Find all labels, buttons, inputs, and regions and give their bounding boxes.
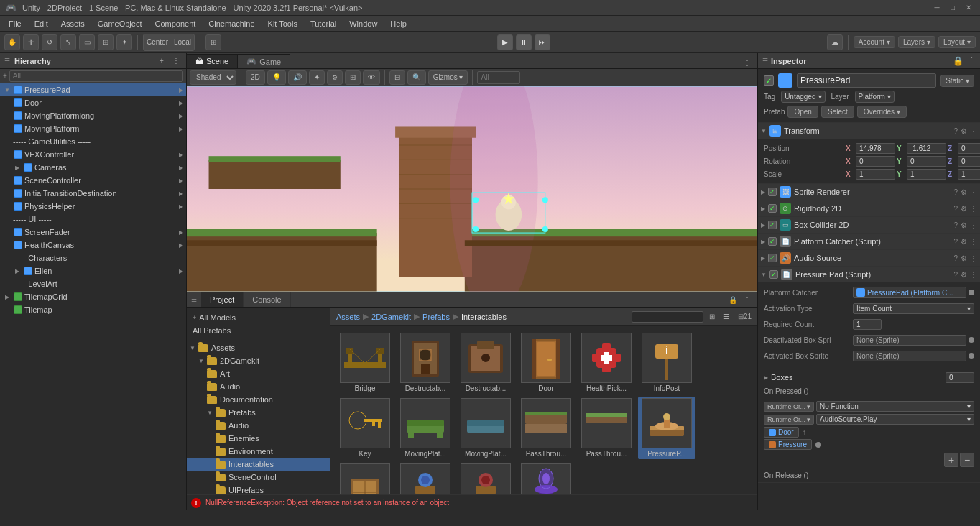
hierarchy-item-scenecontroller[interactable]: SceneController ▶	[0, 174, 186, 187]
account-btn[interactable]: Account ▾	[854, 36, 895, 48]
as-header[interactable]: ▶ 🔊 Audio Source ? ⚙ ⋮	[758, 250, 980, 266]
asset-door[interactable]: Door	[517, 331, 575, 394]
pc-help[interactable]: ?	[953, 238, 958, 246]
sr-checkbox[interactable]	[768, 188, 777, 196]
bc-settings[interactable]: ⚙	[961, 221, 967, 229]
bc-help[interactable]: ?	[953, 221, 958, 229]
hierarchy-item-chars[interactable]: ----- Characters -----	[0, 252, 186, 264]
open-btn[interactable]: Open	[787, 106, 818, 118]
grid-btn[interactable]: ⊞	[205, 34, 221, 50]
runtime-btn-2[interactable]: Runtime Or... ▾	[764, 415, 814, 425]
pp-help[interactable]: ?	[953, 271, 958, 279]
rot-y-input[interactable]	[907, 156, 946, 167]
asset-pushable[interactable]: PushableB...	[336, 462, 394, 494]
breadcrumb-interactables[interactable]: Interactables	[461, 313, 507, 321]
asset-key[interactable]: Key	[336, 397, 394, 459]
pc-checkbox[interactable]	[768, 237, 777, 246]
event-obj-pressure-btn[interactable]: Pressure	[764, 439, 812, 450]
asset-bridge[interactable]: Bridge	[336, 331, 394, 394]
rb-settings[interactable]: ⚙	[961, 205, 967, 213]
as-settings[interactable]: ⚙	[961, 254, 967, 262]
hierarchy-item-cameras[interactable]: ▶ Cameras ▶	[0, 161, 186, 174]
scale-z-input[interactable]	[958, 169, 980, 180]
func-dropdown-2[interactable]: AudioSource.Play ▾	[816, 414, 974, 425]
tree-art[interactable]: Art	[187, 367, 330, 380]
asset-teleporter[interactable]: Teleporter	[517, 462, 575, 494]
rb-help[interactable]: ?	[953, 205, 958, 213]
bc-menu[interactable]: ⋮	[970, 221, 977, 229]
as-checkbox[interactable]	[768, 254, 777, 262]
hierarchy-search-input[interactable]	[9, 70, 183, 82]
maximize-btn[interactable]: □	[947, 2, 958, 14]
local-btn[interactable]: Local	[171, 34, 194, 50]
tree-models[interactable]: + All Models	[187, 311, 330, 324]
inspector-menu-icon[interactable]: ⋮	[968, 56, 976, 65]
tree-audio2[interactable]: Audio	[187, 419, 330, 432]
layer-dropdown[interactable]: Platform ▾	[855, 91, 895, 103]
pp-comp-checkbox[interactable]	[769, 270, 778, 279]
menu-cinemachine[interactable]: Cinemachine	[203, 18, 260, 29]
rb-checkbox[interactable]	[768, 204, 777, 213]
hierarchy-item-tilemap[interactable]: Tilemap	[0, 303, 186, 316]
overrides-btn[interactable]: Overrides ▾	[857, 106, 907, 118]
hierarchy-item-movingplatformlong[interactable]: MovingPlatformlong ▶	[0, 109, 186, 122]
asset-pressurepad[interactable]: PressureP...	[638, 397, 695, 459]
hierarchy-item-ellen[interactable]: ▶ Ellen ▶	[0, 264, 186, 277]
hierarchy-item-healthcanvas[interactable]: HealthCanvas ▶	[0, 239, 186, 252]
pos-x-input[interactable]	[856, 143, 895, 154]
tree-uiprefabs[interactable]: UIPrefabs	[187, 484, 330, 494]
pos-z-input[interactable]	[958, 143, 980, 154]
pressure-target-dot[interactable]	[815, 442, 821, 448]
deactivated-sprite-ref[interactable]: None (Sprite)	[853, 335, 966, 346]
bc-header[interactable]: ▶ ▭ Box Collider 2D ? ⚙ ⋮	[758, 217, 980, 233]
menu-help[interactable]: Help	[384, 18, 412, 29]
hierarchy-add-btn[interactable]: +	[156, 55, 167, 67]
pc-target-dot[interactable]	[969, 290, 974, 295]
play-btn[interactable]: ▶	[497, 34, 513, 50]
zoom-btn[interactable]: 🔍	[407, 70, 426, 85]
tree-prefabs[interactable]: ▼ Prefabs	[187, 406, 330, 419]
tree-audio[interactable]: Audio	[187, 380, 330, 393]
asset-passthrough2[interactable]: PassThrou...	[578, 397, 635, 459]
hierarchy-item-movingplatform[interactable]: MovingPlatform ▶	[0, 122, 186, 135]
rot-z-input[interactable]	[958, 156, 980, 167]
tree-documentation[interactable]: Documentation	[187, 393, 330, 406]
project-filter-btn[interactable]: ☰	[721, 311, 732, 323]
project-menu-btn[interactable]: ⋮	[741, 294, 753, 305]
tag-dropdown[interactable]: Untagged ▾	[781, 91, 825, 103]
audio-btn[interactable]: 🔊	[288, 70, 307, 85]
transform-header[interactable]: ▼ ⊞ Transform ? ⚙ ⋮	[758, 123, 980, 139]
lighting-btn[interactable]: 💡	[267, 70, 286, 85]
tree-environment[interactable]: Environment	[187, 445, 330, 458]
breadcrumb-prefabs[interactable]: Prefabs	[422, 313, 450, 321]
tree-2dgamekit[interactable]: ▼ 2DGamekit	[187, 354, 330, 367]
pp-comp-header[interactable]: ▼ 📄 Pressure Pad (Script) ? ⚙ ⋮	[758, 267, 980, 282]
rb-menu[interactable]: ⋮	[970, 205, 977, 213]
hierarchy-item-screenfader[interactable]: ScreenFader ▶	[0, 226, 186, 239]
custom-tool-btn[interactable]: ✦	[116, 34, 132, 50]
asset-reusable[interactable]: ReusableS...	[397, 462, 454, 494]
pc-menu[interactable]: ⋮	[970, 238, 977, 246]
scene-search[interactable]	[477, 71, 520, 84]
bc-checkbox[interactable]	[768, 221, 777, 229]
tab-console[interactable]: Console	[244, 292, 290, 307]
asset-movingplat2[interactable]: MovingPlat...	[457, 397, 514, 459]
tree-assets[interactable]: ▼ Assets	[187, 341, 330, 354]
hierarchy-menu-btn[interactable]: ⋮	[170, 55, 182, 67]
tab-scene[interactable]: 🏔 Scene	[187, 54, 238, 68]
sprite-renderer-header[interactable]: ▶ 🖼 Sprite Renderer ? ⚙ ⋮	[758, 184, 980, 200]
event-add-btn[interactable]: +	[944, 453, 958, 467]
pc-header[interactable]: ▶ 📄 Platform Catcher (Script) ? ⚙ ⋮	[758, 234, 980, 249]
hierarchy-item-pressurepad[interactable]: ▼ PressurePad ▶	[0, 83, 186, 96]
func-dropdown-1[interactable]: No Function ▾	[816, 401, 974, 412]
activation-type-dropdown[interactable]: Item Count ▾	[853, 303, 974, 314]
as-help[interactable]: ?	[953, 254, 958, 262]
asset-destructable2[interactable]: Destructab...	[457, 331, 514, 394]
shading-dropdown[interactable]: Shaded	[190, 70, 236, 85]
menu-component[interactable]: Component	[149, 18, 201, 29]
hierarchy-item-tilemapgrid[interactable]: ▶ TilemapGrid	[0, 290, 186, 303]
transform-help-btn[interactable]: ?	[953, 127, 958, 135]
hierarchy-item-itd[interactable]: InitialTransitionDestination ▶	[0, 187, 186, 200]
hierarchy-item-door[interactable]: Door ▶	[0, 96, 186, 109]
runtime-btn-1[interactable]: Runtime Or... ▾	[764, 402, 814, 412]
